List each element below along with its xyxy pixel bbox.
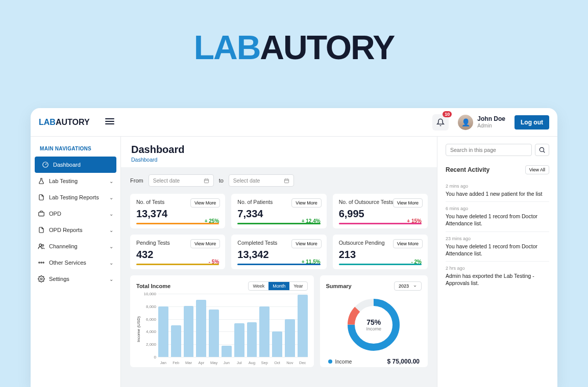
breadcrumb[interactable]: Dashboard <box>131 157 427 163</box>
chart-y-tick: 4,000 <box>143 329 156 334</box>
chart-x-tick: Feb <box>171 360 181 365</box>
gear-icon <box>38 275 45 282</box>
summary-amount: $ 75,000.00 <box>387 358 420 365</box>
chart-bar <box>247 322 257 357</box>
chevron-down-icon: ⌄ <box>109 178 113 184</box>
segment-week[interactable]: Week <box>249 282 268 290</box>
svg-point-5 <box>39 244 42 246</box>
chart-y-tick: 0 <box>143 355 156 359</box>
to-label: to <box>219 177 224 184</box>
stat-card-outsource-pending: Outsource Pending View More 213 - 2% <box>333 235 428 269</box>
chart-y-tick: 6,000 <box>143 317 156 321</box>
view-more-button[interactable]: View More <box>291 198 321 208</box>
chart-bar <box>158 306 168 357</box>
briefcase-icon <box>38 210 45 217</box>
summary-percent: 75% <box>366 318 381 326</box>
chevron-down-icon: ⌄ <box>109 195 113 200</box>
sidebar-item-other-services[interactable]: Other Services⌄ <box>31 254 120 271</box>
sidebar-item-lab-testing[interactable]: Lab Testing⌄ <box>31 173 120 189</box>
svg-point-7 <box>39 262 40 263</box>
activity-item: 2 mins agoYou have added 1 new patient f… <box>446 179 549 202</box>
hamburger-icon[interactable] <box>105 118 114 127</box>
activity-item: 6 mins agoYou have deleted 1 record from… <box>446 202 549 231</box>
svg-point-22 <box>540 147 544 151</box>
chart-x-tick: Oct <box>272 360 282 365</box>
view-more-button[interactable]: View More <box>393 198 423 208</box>
legend-dot-icon <box>328 359 332 364</box>
chart-bar <box>272 331 282 357</box>
chart-bar <box>184 306 194 357</box>
chart-bar <box>171 325 181 357</box>
from-label: From <box>130 177 143 184</box>
sidebar-item-dashboard[interactable]: Dashboard <box>35 157 116 173</box>
sidebar-item-label: Dashboard <box>53 162 109 168</box>
view-more-button[interactable]: View More <box>190 198 220 208</box>
activity-time: 2 hrs ago <box>446 266 549 271</box>
sidebar-item-label: Channeling <box>49 243 105 249</box>
chart-bar <box>234 323 244 357</box>
gauge-icon <box>42 161 49 168</box>
logout-button[interactable]: Log out <box>514 115 549 130</box>
stat-change: - 2% <box>411 259 422 265</box>
search-icon <box>538 146 546 153</box>
view-more-button[interactable]: View More <box>393 239 423 248</box>
summary-year-select[interactable]: 2023 <box>394 281 422 291</box>
stat-card-no-of-tests: No. of Tests View More 13,374 + 25% <box>130 194 225 228</box>
chart-x-tick: Apr <box>196 360 206 365</box>
income-chart-title: Total Income <box>136 283 170 289</box>
chart-x-tick: Jul <box>234 360 244 365</box>
search-input[interactable] <box>446 144 532 156</box>
sidebar-item-channeling[interactable]: Channeling⌄ <box>31 238 120 254</box>
svg-rect-15 <box>284 179 288 183</box>
chevron-down-icon: ⌄ <box>109 211 113 217</box>
chart-bar <box>298 295 308 357</box>
view-more-button[interactable]: View More <box>190 239 220 248</box>
search-button[interactable] <box>535 144 549 156</box>
activity-text: You have deleted 1 record from Doctor At… <box>446 243 549 257</box>
summary-donut-chart: 75% Income <box>346 297 402 353</box>
notifications-badge: 10 <box>443 111 452 117</box>
segment-year[interactable]: Year <box>289 282 307 290</box>
svg-point-8 <box>41 262 42 263</box>
from-date-input[interactable]: Select date <box>149 174 214 187</box>
sidebar-item-settings[interactable]: Settings⌄ <box>31 271 120 287</box>
to-date-input[interactable]: Select date <box>229 174 294 187</box>
sidebar-item-lab-testing-reports[interactable]: Lab Testing Reports⌄ <box>31 189 120 205</box>
sidebar-item-opd-reports[interactable]: OPD Reports⌄ <box>31 222 120 238</box>
chart-range-segment: Week Month Year <box>248 281 307 291</box>
stat-card-completed-tests: Completed Tests View More 13,342 + 11.5% <box>231 235 326 269</box>
chart-x-tick: Mar <box>184 360 194 365</box>
view-more-button[interactable]: View More <box>291 239 321 248</box>
chevron-down-icon: ⌄ <box>109 227 113 233</box>
chart-x-tick: Dec <box>298 360 308 365</box>
chart-y-tick: 2,000 <box>143 342 156 347</box>
chevron-down-icon: ⌄ <box>109 244 113 249</box>
chart-bar <box>259 306 270 357</box>
activity-text: You have added 1 new patient for the lis… <box>446 190 549 197</box>
svg-point-6 <box>42 245 44 247</box>
chart-y-tick: 10,000 <box>143 292 156 296</box>
user-menu[interactable]: 👤 John Doe Admin <box>458 115 505 130</box>
svg-rect-11 <box>204 179 208 183</box>
stat-card-no-of-patients: No. of Patients View More 7,334 + 12.4% <box>231 194 326 228</box>
stat-accent-bar <box>136 264 219 265</box>
chevron-down-icon: ⌄ <box>109 276 113 282</box>
view-all-button[interactable]: View All <box>525 165 549 174</box>
sidebar-item-label: OPD Reports <box>49 227 105 233</box>
svg-rect-4 <box>39 212 44 216</box>
notifications-button[interactable]: 10 <box>432 114 449 131</box>
chart-bar <box>209 309 219 357</box>
stat-change: + 15% <box>407 218 422 224</box>
flask-icon <box>38 177 45 185</box>
segment-month[interactable]: Month <box>268 282 289 290</box>
stat-change: + 11.5% <box>302 259 321 265</box>
right-panel: Recent Activity View All 2 mins agoYou h… <box>437 137 557 387</box>
chevron-down-icon <box>413 284 417 288</box>
chart-x-tick: Jun <box>222 360 232 365</box>
summary-percent-label: Income <box>366 326 381 331</box>
chart-y-axis-label: Income (USD) <box>136 294 141 365</box>
sidebar-item-label: OPD <box>49 211 105 217</box>
recent-activity-title: Recent Activity <box>446 166 489 173</box>
chevron-down-icon: ⌄ <box>109 260 113 266</box>
sidebar-item-opd[interactable]: OPD⌄ <box>31 205 120 222</box>
